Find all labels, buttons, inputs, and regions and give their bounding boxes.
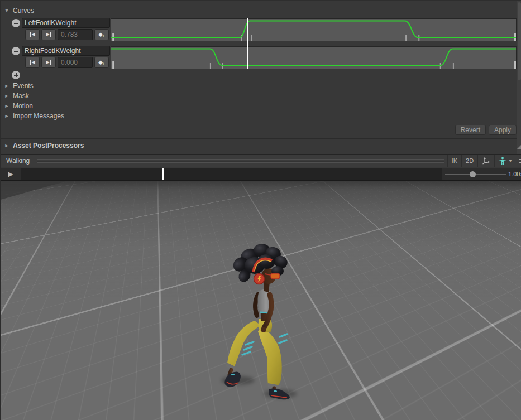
- curves-section-title: Curves: [13, 7, 34, 15]
- prev-key-button[interactable]: ◀: [25, 29, 40, 40]
- preview-header: Walking IK 2D: [1, 154, 521, 167]
- play-button[interactable]: ▶: [1, 168, 21, 180]
- curve-preview-left-foot[interactable]: [111, 18, 517, 41]
- chevron-down-icon: ▼: [508, 158, 513, 163]
- foldout-open-icon: ▼: [4, 8, 9, 13]
- add-curve-button[interactable]: [12, 71, 20, 79]
- revert-button[interactable]: Revert: [455, 125, 486, 135]
- timeline-playhead[interactable]: [162, 168, 164, 180]
- remove-curve-button[interactable]: [12, 19, 20, 27]
- preview-menu-button[interactable]: [517, 155, 521, 167]
- pivot-gizmo-button[interactable]: [477, 155, 494, 167]
- next-key-icon: ▶: [46, 60, 49, 65]
- prev-key-button[interactable]: ◀: [25, 57, 40, 68]
- preview-drag-handle[interactable]: [37, 159, 443, 163]
- inspector-scrollbar[interactable]: [517, 1, 521, 154]
- foldout-motion[interactable]: ► Motion: [4, 102, 33, 110]
- play-icon: ▶: [8, 170, 13, 178]
- avatar-icon: [499, 157, 506, 165]
- foldout-events[interactable]: ► Events: [4, 81, 34, 90]
- speed-slider-zone: 1.00x: [442, 168, 521, 180]
- speed-label: 1.00x: [508, 171, 521, 177]
- curves-panel: ▼ Curves LeftFootIKWeight ◀ ▶ 0.783 ◆ +: [1, 1, 521, 154]
- minus-icon: [14, 51, 18, 52]
- preview-toolbar: IK 2D: [447, 155, 521, 167]
- foldout-mask[interactable]: ► Mask: [4, 91, 29, 100]
- right-foot-curve: [111, 47, 516, 69]
- curve-name-field[interactable]: RightFootIKWeight: [22, 46, 110, 56]
- foldout-closed-icon: ►: [4, 113, 9, 119]
- add-keyframe-button[interactable]: ◆ +: [94, 57, 109, 68]
- left-foot-curve: [111, 19, 516, 41]
- curves-foldout[interactable]: ▼ Curves: [4, 6, 34, 15]
- preview-viewport[interactable]: [1, 181, 521, 420]
- character-preview[interactable]: [214, 243, 307, 402]
- apply-button[interactable]: Apply: [489, 125, 517, 135]
- avatar-selector-button[interactable]: ▼: [494, 155, 517, 167]
- speed-slider-track[interactable]: [445, 174, 506, 175]
- next-key-button[interactable]: ▶: [41, 29, 56, 40]
- curve-value-field[interactable]: 0.000: [58, 57, 93, 68]
- curve-key-transport: ◀ ▶ 0.000 ◆ +: [25, 57, 109, 68]
- animation-import-inspector: ▼ Curves LeftFootIKWeight ◀ ▶ 0.783 ◆ +: [0, 0, 521, 420]
- curve-key-transport: ◀ ▶ 0.783 ◆ +: [25, 29, 109, 40]
- speed-slider-thumb[interactable]: [470, 171, 476, 177]
- foldout-import-messages[interactable]: ► Import Messages: [4, 112, 64, 120]
- apply-revert-bar: Revert Apply: [455, 125, 517, 135]
- add-keyframe-button[interactable]: ◆ +: [94, 29, 109, 40]
- minus-icon: [14, 23, 18, 24]
- curve-name-field[interactable]: LeftFootIKWeight: [22, 18, 110, 28]
- pane-resize-grip[interactable]: [517, 145, 521, 149]
- next-key-button[interactable]: ▶: [41, 57, 56, 68]
- prev-key-icon: ◀: [31, 60, 35, 65]
- remove-curve-button[interactable]: [12, 47, 20, 55]
- pivot-axes-icon: [482, 157, 490, 165]
- next-key-icon: ▶: [46, 32, 49, 37]
- ik-toggle-button[interactable]: IK: [447, 155, 461, 167]
- prev-key-icon: ◀: [31, 32, 35, 37]
- foldout-closed-icon: ►: [4, 103, 9, 109]
- foldout-closed-icon: ►: [4, 83, 9, 89]
- clip-name-label: Walking: [1, 157, 34, 165]
- foldout-asset-postprocessors[interactable]: ► Asset PostProcessors: [4, 141, 84, 150]
- scrollbar-thumb[interactable]: [518, 2, 521, 80]
- foldout-closed-icon: ►: [4, 93, 9, 99]
- foldout-closed-icon: ►: [4, 143, 9, 148]
- curve-preview-right-foot[interactable]: [111, 46, 517, 69]
- 2d-toggle-button[interactable]: 2D: [461, 155, 477, 167]
- curves-playhead[interactable]: [247, 18, 248, 69]
- character-front-leg: [258, 327, 290, 399]
- preview-playbar: ▶ 1.00x: [1, 168, 521, 181]
- timeline-scrubber[interactable]: [21, 168, 442, 180]
- curve-value-field[interactable]: 0.783: [58, 29, 93, 40]
